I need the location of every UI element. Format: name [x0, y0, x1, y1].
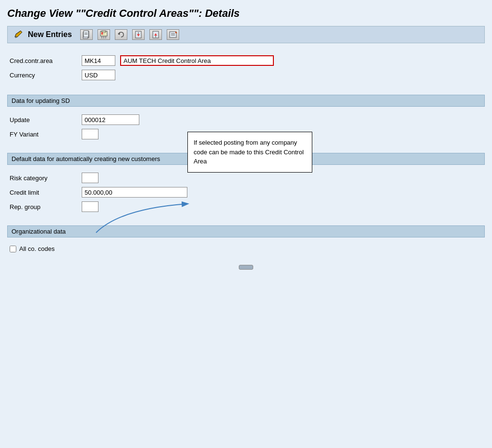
svg-rect-23: [170, 32, 176, 37]
form-area: Cred.contr.area Currency: [7, 50, 485, 89]
credit-limit-row: Credit limit: [10, 187, 482, 198]
all-co-codes-row: All co. codes: [10, 245, 482, 252]
copy-button[interactable]: [80, 29, 93, 40]
import-button[interactable]: [132, 29, 145, 40]
cred-contr-area-row: Cred.contr.area: [10, 55, 482, 66]
customers-section-content: Risk category Credit limit Rep. group: [7, 169, 485, 220]
cred-contr-area-label: Cred.contr.area: [10, 57, 77, 64]
toolbar: New Entries: [7, 26, 485, 43]
fy-variant-label: FY Variant: [10, 131, 77, 138]
svg-rect-5: [84, 31, 88, 37]
org-section-header: Organizational data: [7, 225, 485, 237]
rep-group-row: Rep. group If selected posting from any …: [10, 201, 482, 212]
risk-category-label: Risk category: [10, 174, 77, 182]
svg-rect-14: [101, 32, 103, 35]
update-input[interactable]: [82, 114, 139, 125]
all-co-codes-checkbox[interactable]: [10, 246, 16, 252]
callout-arrow-svg: [91, 199, 197, 237]
export-button[interactable]: [149, 29, 162, 40]
all-co-codes-label: All co. codes: [19, 245, 55, 252]
currency-input[interactable]: [82, 70, 115, 80]
callout-container: If selected posting from any company cod…: [91, 199, 197, 239]
undo-button[interactable]: [115, 29, 127, 40]
org-section-content: All co. codes: [7, 241, 485, 260]
cred-contr-area-input[interactable]: [82, 55, 115, 66]
fy-variant-input[interactable]: [82, 129, 98, 139]
callout-box: If selected posting from any company cod…: [187, 132, 312, 173]
svg-rect-15: [103, 32, 104, 35]
pencil-icon: [12, 29, 24, 40]
rep-group-label: Rep. group: [10, 203, 77, 211]
svg-rect-10: [102, 31, 106, 32]
delete-button[interactable]: [98, 29, 110, 40]
credit-limit-input[interactable]: [82, 187, 187, 198]
scroll-indicator: [7, 265, 485, 270]
toolbar-new-entries-label: New Entries: [28, 30, 72, 39]
credit-limit-label: Credit limit: [10, 189, 77, 196]
select-button[interactable]: [167, 29, 179, 40]
currency-row: Currency: [10, 70, 482, 80]
update-label: Update: [10, 116, 77, 124]
currency-label: Currency: [10, 72, 77, 79]
risk-category-input[interactable]: [82, 173, 98, 183]
cred-contr-area-desc-input[interactable]: [120, 55, 274, 66]
update-row: Update: [10, 114, 482, 125]
page-container: Change View ""Credit Control Areas"": De…: [0, 0, 492, 448]
risk-category-row: Risk category: [10, 173, 482, 183]
page-title: Change View ""Credit Control Areas"": De…: [7, 5, 485, 22]
sd-section-header: Data for updating SD: [7, 95, 485, 107]
callout-text: If selected posting from any company cod…: [194, 139, 304, 165]
